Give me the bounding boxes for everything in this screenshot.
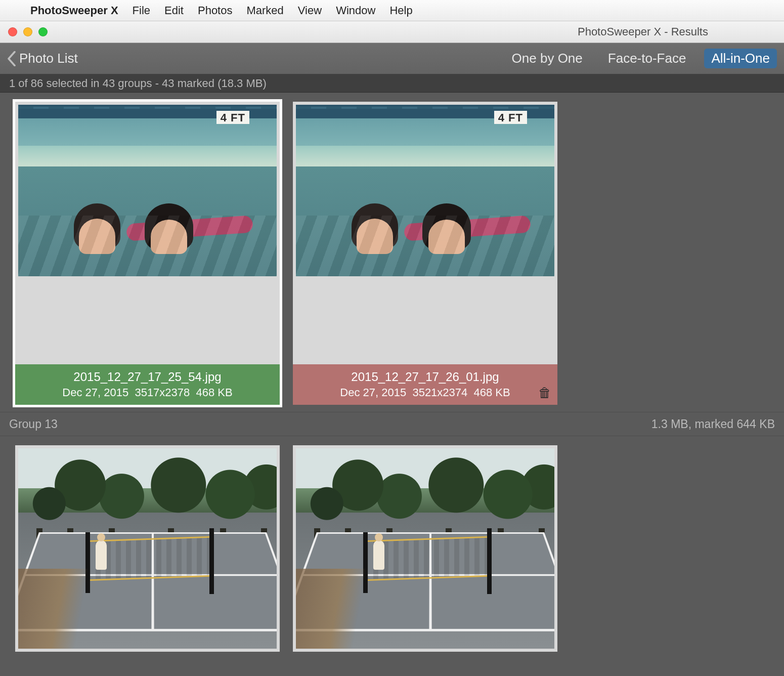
photo-card[interactable]: 4 FT 2015_12_27_17_25_54.jpg Dec 27, 201… — [15, 102, 280, 405]
depth-marker: 4 FT — [216, 111, 249, 124]
thumbnail-matte — [296, 276, 554, 364]
selection-status-bar: 1 of 86 selected in 43 groups - 43 marke… — [0, 74, 784, 93]
photo-dimensions: 3517x2378 — [135, 386, 190, 399]
photo-card[interactable] — [15, 445, 280, 652]
group-summary: 1.3 MB, marked 644 KB — [651, 417, 775, 431]
photo-thumbnail[interactable]: 4 FT — [296, 105, 554, 276]
photo-caption-marked: 2015_12_27_17_26_01.jpg Dec 27, 2015 352… — [293, 364, 557, 405]
photo-card[interactable]: 4 FT 2015_12_27_17_26_01.jpg Dec 27, 201… — [293, 102, 557, 405]
photo-thumbnail[interactable] — [296, 448, 554, 649]
menu-photos[interactable]: Photos — [198, 4, 233, 17]
photo-caption-keep: 2015_12_27_17_25_54.jpg Dec 27, 2015 351… — [15, 364, 280, 405]
results-content: 4 FT 2015_12_27_17_25_54.jpg Dec 27, 201… — [0, 93, 784, 405]
photo-card[interactable] — [293, 445, 557, 652]
trash-icon[interactable]: 🗑 — [538, 385, 551, 401]
photo-date: Dec 27, 2015 — [62, 386, 128, 399]
selection-status-text: 1 of 86 selected in 43 groups - 43 marke… — [9, 77, 267, 90]
view-all-in-one[interactable]: All-in-One — [704, 49, 777, 68]
menu-file[interactable]: File — [133, 4, 150, 17]
menu-app-name[interactable]: PhotoSweeper X — [30, 4, 118, 17]
photo-meta: Dec 27, 2015 3517x2378 468 KB — [62, 386, 232, 399]
macos-menu-bar: PhotoSweeper X File Edit Photos Marked V… — [0, 0, 784, 21]
window-zoom-button[interactable] — [38, 27, 48, 36]
view-mode-switch: One by One Face-to-Face All-in-One — [505, 49, 777, 68]
menu-marked[interactable]: Marked — [246, 4, 283, 17]
chevron-left-icon — [7, 51, 16, 66]
view-face-to-face[interactable]: Face-to-Face — [601, 49, 693, 68]
photo-size: 468 KB — [196, 386, 233, 399]
window-controls — [0, 27, 48, 36]
photo-filename: 2015_12_27_17_26_01.jpg — [351, 370, 499, 384]
menu-help[interactable]: Help — [389, 4, 412, 17]
window-minimize-button[interactable] — [23, 27, 32, 36]
menu-view[interactable]: View — [298, 4, 322, 17]
group-row: 4 FT 2015_12_27_17_25_54.jpg Dec 27, 201… — [15, 102, 769, 405]
group-row — [15, 445, 769, 652]
depth-marker: 4 FT — [494, 111, 527, 124]
photo-dimensions: 3521x2374 — [412, 386, 467, 399]
window-close-button[interactable] — [8, 27, 17, 36]
window-title: PhotoSweeper X - Results — [0, 21, 784, 43]
photo-size: 468 KB — [474, 386, 510, 399]
back-button[interactable]: Photo List — [7, 51, 78, 66]
group-header: Group 13 1.3 MB, marked 644 KB — [0, 412, 784, 436]
view-one-by-one[interactable]: One by One — [505, 49, 590, 68]
photo-date: Dec 27, 2015 — [340, 386, 406, 399]
photo-meta: Dec 27, 2015 3521x2374 468 KB — [340, 386, 510, 399]
thumbnail-matte — [18, 276, 277, 364]
menu-edit[interactable]: Edit — [164, 4, 184, 17]
back-label: Photo List — [19, 51, 78, 66]
toolbar: Photo List One by One Face-to-Face All-i… — [0, 43, 784, 74]
menu-window[interactable]: Window — [336, 4, 375, 17]
photo-filename: 2015_12_27_17_25_54.jpg — [73, 370, 221, 384]
results-content — [0, 436, 784, 652]
photo-thumbnail[interactable] — [18, 448, 277, 649]
window-titlebar: PhotoSweeper X - Results — [0, 21, 784, 43]
photo-thumbnail[interactable]: 4 FT — [18, 105, 277, 276]
group-label: Group 13 — [9, 417, 58, 431]
window-title-text: PhotoSweeper X - Results — [578, 25, 708, 38]
